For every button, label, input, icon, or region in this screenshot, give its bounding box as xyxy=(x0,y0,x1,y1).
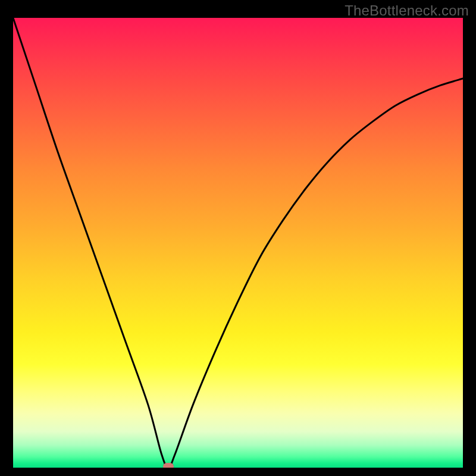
watermark-text: TheBottleneck.com xyxy=(345,2,469,19)
optimum-marker xyxy=(163,463,174,468)
bottleneck-curve xyxy=(13,18,463,468)
curve-svg xyxy=(13,18,463,468)
plot-area xyxy=(13,18,463,468)
figure-container: TheBottleneck.com xyxy=(0,0,476,476)
